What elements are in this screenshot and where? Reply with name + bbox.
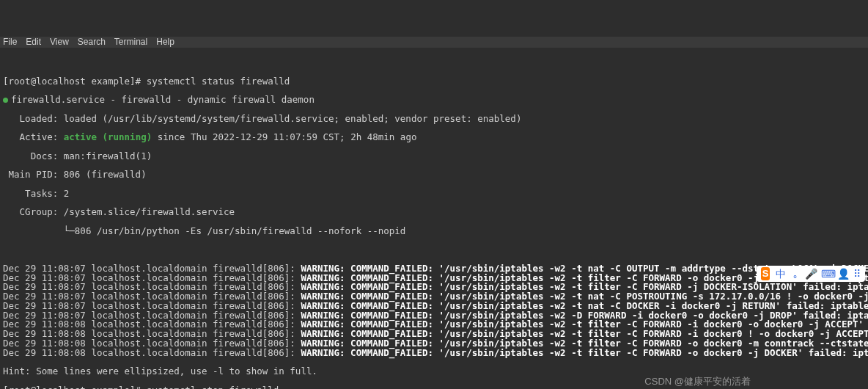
command: systemctl stop firewalld: [147, 385, 279, 390]
menu-help[interactable]: Help: [156, 37, 174, 47]
terminal-output[interactable]: [root@localhost example]# systemctl stat…: [0, 66, 868, 389]
status-dot-active-icon: [3, 98, 8, 103]
hint-line: Hint: Some lines were ellipsized, use -l…: [3, 367, 865, 377]
keyboard-icon[interactable]: ⌨: [821, 269, 831, 279]
log-line: Dec 29 11:08:08 localhost.localdomain fi…: [3, 349, 865, 358]
ime-sep: ｡: [792, 269, 799, 279]
docs-line: Docs: man:firewalld(1): [3, 152, 865, 161]
active-label: Active:: [3, 131, 64, 142]
service-title: firewalld.service - firewalld - dynamic …: [11, 94, 315, 105]
menu-search[interactable]: Search: [78, 37, 106, 47]
sogou-logo-icon[interactable]: S: [761, 267, 770, 280]
ime-toolbar[interactable]: S 中 ｡ 🎤 ⌨ 👤 ⠿: [757, 266, 865, 282]
cgroup-line: CGroup: /system.slice/firewalld.service: [3, 208, 865, 217]
shell-prompt: [root@localhost example]#: [3, 76, 147, 87]
active-since: since Thu 2022-12-29 11:07:59 CST; 2h 48…: [152, 131, 416, 142]
mic-icon[interactable]: 🎤: [805, 269, 815, 279]
menu-terminal[interactable]: Terminal: [114, 37, 147, 47]
menu-edit[interactable]: Edit: [26, 37, 41, 47]
grid-icon[interactable]: ⠿: [853, 269, 861, 279]
person-icon[interactable]: 👤: [837, 269, 847, 279]
shell-prompt: [root@localhost example]#: [3, 385, 147, 390]
menubar: FileEditViewSearchTerminalHelp: [0, 37, 868, 48]
menu-file[interactable]: File: [3, 37, 17, 47]
loaded-line: Loaded: loaded (/usr/lib/systemd/system/…: [3, 114, 865, 124]
tasks-line: Tasks: 2: [3, 189, 865, 199]
menu-view[interactable]: View: [50, 37, 69, 47]
cgroup-line2: └─806 /usr/bin/python -Es /usr/sbin/fire…: [3, 227, 865, 236]
ime-lang[interactable]: 中: [776, 269, 786, 279]
watermark: CSDN @健康平安的活着: [644, 377, 751, 386]
active-state: active (running): [64, 131, 152, 142]
mainpid-line: Main PID: 806 (firewalld): [3, 170, 865, 180]
command: systemctl status firewalld: [147, 76, 290, 87]
